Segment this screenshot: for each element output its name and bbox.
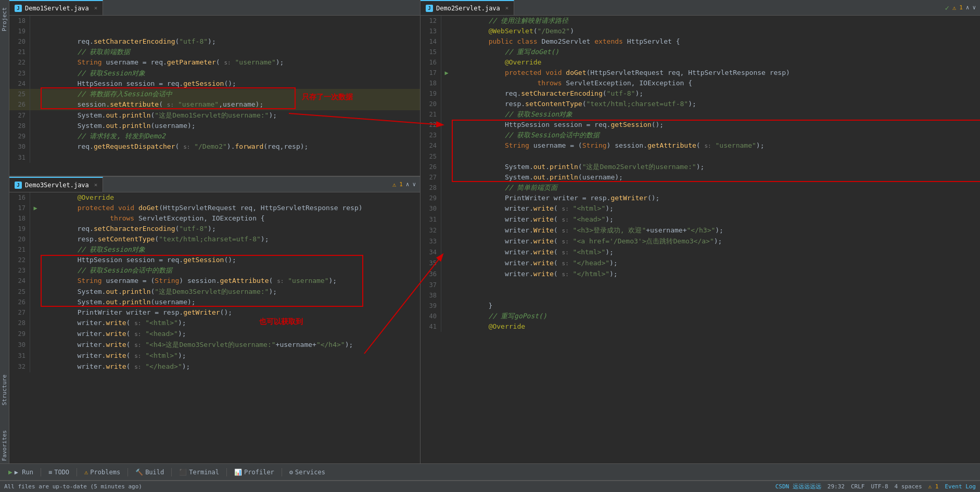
table-row: 29 // 请求转发, 转发到Demo2 xyxy=(9,131,420,141)
demo3-code-area[interactable]: 16 @Override 17 ▶ protected void doGet(H… xyxy=(9,192,420,463)
tab-demo2-label: Demo2Servlet.java xyxy=(436,5,500,12)
sep-6 xyxy=(282,468,282,476)
table-row: 15 // 重写doGet() xyxy=(421,47,980,57)
table-row: 23 // 获取Session会话中的数据 xyxy=(9,265,420,276)
table-row: 20 req.setCharacterEncoding("utf-8"); xyxy=(9,36,420,47)
table-row: 18 throws ServletException, IOException … xyxy=(9,213,420,224)
side-labels: Project Structure Favorites xyxy=(0,0,9,463)
table-row: 31 writer.write( s: "<head>"); xyxy=(421,214,980,225)
table-row: 19 req.setCharacterEncoding("utf-8"); xyxy=(9,224,420,234)
demo2-code-area[interactable]: 12 // 使用注解映射请求路径 13 @WebServlet("/Demo2"… xyxy=(421,16,980,463)
terminal-label: Terminal xyxy=(189,469,219,476)
table-row: 12 // 使用注解映射请求路径 xyxy=(421,16,980,26)
table-row: 22 String username = req.getParameter( s… xyxy=(9,57,420,68)
table-row: 18 throws ServletException, IOException … xyxy=(421,78,980,88)
profiler-label: Profiler xyxy=(244,469,274,476)
indent: 4 spaces xyxy=(895,483,922,490)
sep-3 xyxy=(128,468,128,476)
favorites-label[interactable]: Favorites xyxy=(0,428,9,463)
sep-2 xyxy=(77,468,77,476)
structure-label[interactable]: Structure xyxy=(0,372,9,408)
table-row: 16 @Override xyxy=(9,192,420,203)
tab-demo2-close[interactable]: × xyxy=(505,5,509,11)
tab-demo2servlet[interactable]: J Demo2Servlet.java × xyxy=(421,0,514,15)
sep-1 xyxy=(41,468,41,476)
problems-label: Problems xyxy=(90,469,120,476)
expand-right[interactable]: ∧ xyxy=(966,4,970,11)
table-row: 13 @WebServlet("/Demo2") xyxy=(421,26,980,36)
java-icon-2: J xyxy=(426,5,433,12)
table-row: 26 System.out.println("这是Demo2Servlet的us… xyxy=(421,162,980,172)
problems-icon: ⚠ xyxy=(84,469,88,476)
line-endings: CRLF xyxy=(851,483,865,490)
run-icon: ▶ xyxy=(8,468,12,476)
table-row: 19 xyxy=(9,26,420,36)
table-row: 25 System.out.println("这是Demo3Servlet的us… xyxy=(9,287,420,297)
tab-demo3servlet[interactable]: J Demo3Servlet.java × xyxy=(9,177,103,192)
build-label: Build xyxy=(145,469,164,476)
run-button[interactable]: ▶ ▶ Run xyxy=(4,467,37,477)
java-icon-3: J xyxy=(15,182,22,189)
table-row: 31 writer.write( s: "<html>"); xyxy=(9,351,420,361)
warnings-count: ⚠ 1 xyxy=(928,483,939,490)
collapse-right[interactable]: ∨ xyxy=(972,4,976,11)
services-label: Services xyxy=(295,469,325,476)
table-row: 22 HttpSession session = req.getSession(… xyxy=(9,255,420,265)
terminal-button[interactable]: ⬛ Terminal xyxy=(175,468,223,477)
build-icon: 🔨 xyxy=(135,469,143,476)
csdn-label: CSDN 远远远远远 xyxy=(775,483,821,490)
table-row: 31 xyxy=(9,152,420,163)
table-row: 29 writer.write( s: "<head>"); xyxy=(9,329,420,340)
table-row: 29 PrintWriter writer = resp.getWriter()… xyxy=(421,193,980,203)
problems-button[interactable]: ⚠ Problems xyxy=(80,468,124,477)
table-row: 21 // 获取Session对象 xyxy=(9,244,420,255)
tab-demo1-close[interactable]: × xyxy=(94,5,98,11)
run-gutter-right[interactable]: ▶ xyxy=(444,68,448,78)
todo-label: ≡ xyxy=(48,469,52,476)
collapse-warnings[interactable]: ∨ xyxy=(412,181,416,188)
table-row: 28 writer.write( s: "<html>"); xyxy=(9,318,420,329)
table-row: 24 String username = (String) session.ge… xyxy=(9,276,420,287)
tab-demo3-close[interactable]: × xyxy=(94,182,98,188)
event-log[interactable]: Event Log xyxy=(945,483,976,490)
table-row: 19 req.setCharacterEncoding("utf-8"); xyxy=(421,88,980,99)
table-row: 34 writer.write( s: "<html>"); xyxy=(421,247,980,258)
warn-icon-right: ⚠ xyxy=(952,4,956,11)
table-row: 18 xyxy=(9,16,420,26)
table-row: 16 @Override xyxy=(421,57,980,68)
status-bar: All files are up-to-date (5 minutes ago)… xyxy=(0,481,980,492)
run-gutter-icon[interactable]: ▶ xyxy=(33,203,37,213)
table-row: 25 xyxy=(421,151,980,162)
services-icon: ⚙ xyxy=(289,469,293,476)
build-button[interactable]: 🔨 Build xyxy=(131,468,168,477)
right-tab-bar: J Demo2Servlet.java × ✓ ⚠ 1 ∧ ∨ xyxy=(421,0,980,16)
table-row: 23 // 获取Session会话中的数据 xyxy=(421,130,980,140)
table-row: 38 xyxy=(421,290,980,301)
status-right: CSDN 远远远远远 29:32 CRLF UTF-8 4 spaces ⚠ 1… xyxy=(775,483,976,490)
table-row: 28 // 简单前端页面 xyxy=(421,183,980,193)
table-row: 27 System.out.println("这是Demo1Servlet的us… xyxy=(9,110,420,121)
warn-count-right: 1 xyxy=(959,4,963,11)
table-row: 30 writer.write( s: "<html>"); xyxy=(421,203,980,214)
left-bottom-tab-bar: J Demo3Servlet.java × ⚠ 1 ∧ ∨ xyxy=(9,177,420,192)
table-row: 17 ▶ protected void doGet(HttpServletReq… xyxy=(9,203,420,213)
table-row: 17 ▶ protected void doGet(HttpServletReq… xyxy=(421,68,980,78)
demo1-code-area[interactable]: 18 19 20 req.setCharacterEncoding("utf-8… xyxy=(9,16,420,176)
table-row: 27 PrintWriter writer = resp.getWriter()… xyxy=(9,307,420,318)
run-label: ▶ Run xyxy=(15,469,33,476)
table-row: 22 HttpSession session = req.getSession(… xyxy=(421,120,980,130)
todo-button[interactable]: ≡ TODO xyxy=(44,468,73,477)
green-check-icon: ✓ xyxy=(945,4,949,12)
table-row: 30 writer.write( s: "<h4>这是Demo3Servlet的… xyxy=(9,340,420,351)
expand-warnings[interactable]: ∧ xyxy=(406,181,410,188)
table-row: 20 resp.setContentType("text/html;charse… xyxy=(9,234,420,244)
tab-demo1servlet[interactable]: J Demo1Servlet.java × xyxy=(9,0,103,15)
services-button[interactable]: ⚙ Services xyxy=(285,468,329,477)
table-row: 21 // 获取Session对象 xyxy=(421,109,980,120)
sep-4 xyxy=(171,468,172,476)
status-message: All files are up-to-date (5 minutes ago) xyxy=(4,483,142,490)
table-row: 26 session.setAttribute( s: "username",u… xyxy=(9,99,420,110)
project-label[interactable]: Project xyxy=(0,5,9,33)
profiler-button[interactable]: 📊 Profiler xyxy=(230,468,278,477)
terminal-icon: ⬛ xyxy=(179,469,187,476)
